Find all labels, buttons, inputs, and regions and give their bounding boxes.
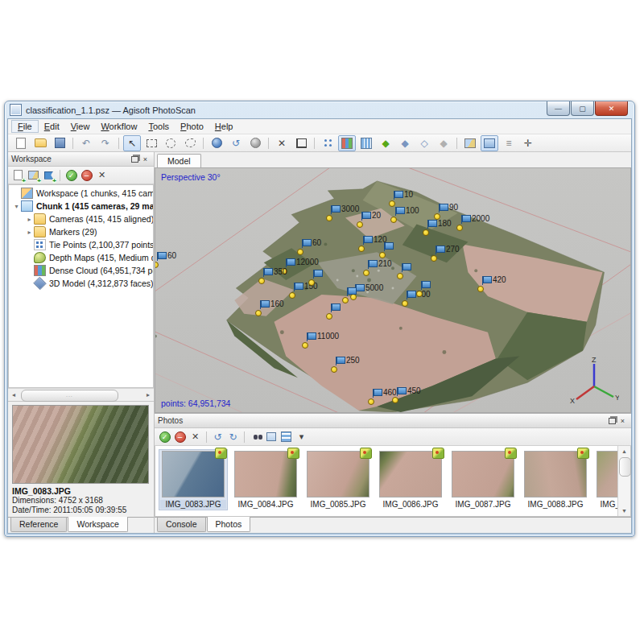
wireframe-view-icon[interactable]: ◇ [415, 135, 433, 151]
open-photo-icon[interactable] [263, 430, 279, 444]
save-project-icon[interactable] [51, 135, 68, 151]
menu-help[interactable]: Help [209, 121, 239, 132]
enable-photo-icon[interactable] [157, 430, 172, 444]
show-cameras-icon[interactable] [481, 135, 498, 151]
marker-flag[interactable] [313, 270, 361, 289]
tab-console[interactable]: Console [157, 518, 206, 532]
show-images-icon[interactable] [461, 135, 479, 151]
title-bar[interactable]: classification_1.1.psz — Agisoft PhotoSc… [5, 101, 634, 118]
navigation-mode-icon[interactable]: ✛ [519, 135, 537, 151]
marker-flag[interactable]: 450 [397, 387, 445, 407]
undo-icon[interactable]: ↶ [77, 135, 95, 151]
tab-reference[interactable]: Reference [10, 518, 67, 532]
IMG_0085.JPG[interactable]: IMG_0085.JPG [303, 449, 373, 510]
disable-photo-icon[interactable] [172, 430, 188, 444]
scroll-left-icon[interactable]: ◂ [8, 391, 19, 398]
scroll-right-icon[interactable]: ▸ [142, 391, 154, 398]
enable-icon[interactable] [64, 168, 79, 182]
rotate-object-icon[interactable] [246, 135, 264, 151]
menu-photo[interactable]: Photo [175, 121, 209, 132]
marker-flag[interactable] [331, 303, 379, 323]
IMG_0087.JPG[interactable]: IMG_0087.JPG [448, 449, 518, 510]
circle-selection-icon[interactable] [162, 135, 180, 151]
rectangle-selection-icon[interactable] [142, 135, 160, 151]
show-markers-icon[interactable]: ≡ [500, 135, 518, 151]
tie-points-icon[interactable] [319, 135, 336, 151]
IMG_0088.JPG[interactable]: IMG_0088.JPG [521, 449, 590, 510]
tree-item[interactable]: ▸ Cameras (415, 415 aligned) [9, 213, 153, 225]
marker-flag[interactable]: 250 [336, 357, 384, 376]
add-photos-icon[interactable] [26, 168, 41, 182]
IMG_0089.JPG[interactable]: IMG_0089.JPG [593, 449, 617, 510]
tree-item[interactable]: ▸ Markers (29) [9, 225, 153, 238]
IMG_0086.JPG[interactable]: IMG_0086.JPG [376, 449, 445, 510]
view-mode-dropdown-icon[interactable]: ▾ [294, 430, 309, 444]
float-panel-icon[interactable] [607, 416, 617, 426]
marker-flag[interactable] [402, 263, 450, 283]
marker-flag[interactable]: 60 [302, 239, 350, 258]
remove-photo-icon[interactable]: ✕ [188, 430, 203, 444]
close-panel-icon[interactable]: × [140, 155, 151, 164]
photos-vertical-scrollbar[interactable]: ▲ ▼ [617, 446, 630, 516]
find-photo-icon[interactable] [248, 430, 263, 444]
minimize-button[interactable]: — [547, 101, 570, 116]
tab-model[interactable]: Model [157, 154, 201, 167]
scroll-down-icon[interactable]: ▼ [621, 506, 627, 516]
menu-view[interactable]: View [65, 121, 96, 132]
expander-icon[interactable]: ▾ [12, 203, 21, 210]
dense-cloud-icon[interactable] [338, 135, 356, 151]
float-panel-icon[interactable] [130, 155, 140, 164]
marker-flag[interactable]: 2000 [461, 215, 510, 234]
IMG_0084.JPG[interactable]: IMG_0084.JPG [231, 449, 300, 510]
navigation-icon[interactable] [208, 135, 225, 151]
add-chunk-icon[interactable] [10, 168, 26, 182]
dense-cloud-classes-icon[interactable] [357, 135, 375, 151]
menu-edit[interactable]: Edit [39, 121, 65, 132]
delete-icon[interactable]: ✕ [273, 135, 291, 151]
tree-item[interactable]: ▾ Chunk 1 (415 cameras, 29 markers) [9, 200, 153, 213]
marker-flag[interactable]: 11000 [307, 332, 355, 352]
resize-region-icon[interactable] [292, 135, 310, 151]
new-document-icon[interactable] [12, 135, 30, 151]
IMG_0083.JPG[interactable]: IMG_0083.JPG [159, 449, 228, 510]
model-viewport[interactable]: Perspective 30° points: 64,951,734 [155, 167, 631, 413]
disable-icon[interactable] [79, 168, 94, 182]
tree-item[interactable]: Workspace (1 chunks, 415 cameras) [9, 187, 153, 200]
menu-workflow[interactable]: Workflow [95, 121, 142, 132]
marker-flag[interactable] [421, 281, 469, 300]
scrollbar-thumb[interactable] [619, 457, 631, 477]
marker-flag[interactable]: 270 [436, 246, 484, 265]
scroll-up-icon[interactable]: ▲ [621, 446, 627, 456]
marker-flag[interactable]: 60 [157, 252, 205, 271]
open-project-icon[interactable] [31, 135, 49, 151]
photo-preview-image[interactable] [12, 405, 149, 484]
remove-icon[interactable]: ✕ [94, 168, 109, 182]
rotate-right-icon[interactable]: ↻ [225, 430, 241, 444]
solid-view-icon[interactable]: ◆ [396, 135, 414, 151]
tree-item[interactable]: Dense Cloud (64,951,734 points) [9, 264, 153, 277]
menu-tools[interactable]: Tools [142, 121, 175, 132]
tree-item[interactable]: 3D Model (4,312,873 faces) [9, 277, 153, 290]
marker-flag[interactable]: 420 [482, 276, 530, 295]
marker-flag[interactable]: 160 [260, 300, 308, 320]
shaded-view-icon[interactable]: ◆ [377, 135, 394, 151]
tree-item[interactable]: Depth Maps (415, Medium quality) [9, 251, 153, 264]
close-button[interactable]: ✕ [595, 101, 628, 116]
textured-view-icon[interactable]: ◆ [435, 135, 452, 151]
view-mode-icon[interactable] [279, 430, 294, 444]
marker-flag[interactable] [384, 242, 432, 262]
rotate-left-icon[interactable]: ↺ [210, 430, 225, 444]
tree-item[interactable]: Tie Points (2,100,377 points) [9, 238, 153, 251]
rotate-view-icon[interactable]: ↺ [227, 135, 245, 151]
tree-horizontal-scrollbar[interactable]: ◂ ∙∙∙ ▸ [8, 388, 154, 401]
menu-file[interactable]: File [11, 120, 39, 133]
add-marker-icon[interactable] [41, 168, 56, 182]
expander-icon[interactable]: ▸ [25, 229, 34, 236]
tab-photos[interactable]: Photos [207, 517, 251, 532]
scrollbar-thumb[interactable]: ∙∙∙ [21, 390, 118, 402]
redo-icon[interactable]: ↷ [97, 135, 114, 151]
tab-workspace[interactable]: Workspace [68, 517, 127, 532]
expander-icon[interactable]: ▸ [25, 216, 34, 223]
select-tool-icon[interactable]: ↖ [123, 135, 141, 151]
close-panel-icon[interactable]: × [617, 416, 628, 426]
